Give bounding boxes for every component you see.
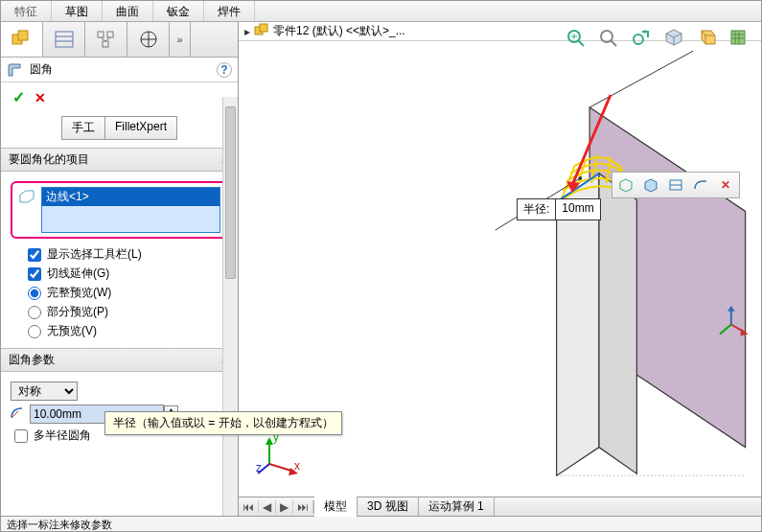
feature-title: 圆角 — [30, 61, 217, 78]
context-toolbar: ✕ — [612, 172, 740, 198]
show-selection-toolbar-checkbox[interactable] — [28, 248, 41, 262]
radius-tooltip: 半径（输入值或以 = 开始，以创建方程式） — [104, 411, 342, 435]
breadcrumb-arrow-icon[interactable]: ▸ — [244, 25, 250, 38]
tab-features[interactable]: 特征 — [1, 1, 52, 21]
svg-rect-7 — [103, 41, 108, 47]
tangent-propagation-checkbox[interactable] — [28, 267, 41, 281]
property-manager-tab[interactable] — [43, 22, 85, 57]
config-manager-tab[interactable] — [85, 22, 127, 57]
section-view-icon[interactable] — [661, 26, 686, 49]
full-preview-label: 完整预览(W) — [47, 285, 111, 301]
no-preview-label: 无预览(V) — [47, 323, 97, 339]
svg-rect-1 — [18, 31, 28, 40]
breadcrumb-part-name[interactable]: 零件12 (默认) <<默认>_... — [273, 23, 405, 39]
partial-preview-radio[interactable] — [28, 306, 41, 319]
show-selection-toolbar-label: 显示选择工具栏(L) — [47, 246, 142, 263]
ctx-btn-1[interactable] — [614, 174, 637, 196]
previous-view-icon[interactable] — [629, 26, 654, 49]
edge-select-icon — [18, 187, 37, 233]
tangent-propagation-label: 切线延伸(G) — [47, 266, 109, 282]
items-section-body: 边线<1> 显示选择工具栏(L) 切线延伸(G) 完整预览(W) 部分预览(P)… — [1, 172, 238, 348]
view-triad[interactable]: y x z — [256, 431, 302, 477]
manager-tabs: » — [1, 22, 238, 58]
no-preview-radio[interactable] — [28, 325, 41, 338]
svg-rect-6 — [107, 32, 113, 37]
panel-scrollbar[interactable] — [222, 97, 238, 516]
nav-last-icon[interactable]: ⏭ — [293, 500, 313, 514]
fillet-mode-toggle: 手工 FilletXpert — [1, 112, 238, 148]
svg-line-16 — [578, 40, 584, 46]
ctx-btn-2[interactable] — [639, 174, 662, 196]
svg-rect-14 — [260, 24, 267, 32]
svg-line-32 — [572, 95, 611, 185]
view-orientation-icon[interactable] — [694, 26, 719, 49]
selection-box-highlight: 边线<1> — [11, 181, 228, 239]
radius-callout-label: 半径: — [517, 198, 555, 220]
bottom-tab-motion[interactable]: 运动算例 1 — [419, 497, 495, 517]
nav-prev-icon[interactable]: ◀ — [259, 500, 276, 514]
svg-rect-23 — [731, 31, 745, 44]
dimxpert-tab[interactable] — [127, 22, 170, 57]
bottom-tab-3dview[interactable]: 3D 视图 — [358, 497, 419, 517]
tab-nav-buttons: ⏮ ◀ ▶ ⏭ — [239, 500, 314, 514]
items-section-header[interactable]: 要圆角化的项目 ︿ — [1, 148, 238, 172]
zoom-area-icon[interactable] — [596, 26, 621, 49]
multi-radius-checkbox[interactable] — [14, 429, 28, 443]
property-manager: » 圆角 ? ✓ ✕ 手工 FilletXpert 要圆角化的项目 ︿ — [1, 22, 239, 516]
partial-preview-label: 部分预览(P) — [47, 304, 108, 320]
bottom-tab-bar: ⏮ ◀ ▶ ⏭ 模型 3D 视图 运动算例 1 — [239, 497, 761, 516]
svg-rect-2 — [56, 32, 73, 47]
multi-radius-label: 多半径圆角 — [34, 428, 91, 444]
ctx-btn-3[interactable] — [664, 174, 687, 196]
view-toolbar — [564, 26, 751, 49]
items-section-title: 要圆角化的项目 — [9, 151, 89, 168]
help-icon[interactable]: ? — [217, 62, 232, 78]
ctx-btn-4[interactable] — [689, 174, 712, 196]
cancel-button[interactable]: ✕ — [35, 90, 46, 105]
tab-weldment[interactable]: 焊件 — [204, 1, 255, 21]
svg-text:z: z — [256, 461, 262, 474]
full-preview-radio[interactable] — [28, 287, 41, 300]
display-style-icon[interactable] — [727, 26, 751, 49]
selected-edge-row[interactable]: 边线<1> — [42, 188, 219, 206]
svg-line-8 — [101, 37, 105, 41]
radius-icon — [11, 406, 26, 423]
feature-title-bar: 圆角 ? — [1, 58, 238, 82]
bottom-tab-model[interactable]: 模型 — [314, 497, 358, 517]
ribbon-tabs: 特征 草图 曲面 钣金 焊件 — [1, 1, 761, 22]
params-section-title: 圆角参数 — [9, 352, 55, 368]
zoom-fit-icon[interactable] — [564, 26, 589, 49]
filletxpert-mode-button[interactable]: FilletXpert — [104, 116, 177, 140]
params-section-header[interactable]: 圆角参数 ︿ — [1, 348, 238, 372]
edge-selection-list[interactable]: 边线<1> — [41, 187, 220, 233]
tab-sheetmetal[interactable]: 钣金 — [153, 1, 204, 21]
confirm-bar: ✓ ✕ — [1, 82, 238, 112]
radius-callout-value[interactable]: 10mm — [555, 198, 600, 220]
radius-callout[interactable]: 半径: 10mm — [517, 198, 601, 220]
part-icon — [254, 23, 269, 39]
graphics-viewport[interactable]: ▸ 零件12 (默认) <<默认>_... — [239, 22, 761, 516]
ok-button[interactable]: ✓ — [12, 88, 25, 106]
status-bar: 选择一标注来修改参数 — [1, 516, 761, 531]
nav-next-icon[interactable]: ▶ — [276, 500, 293, 514]
more-tabs[interactable]: » — [170, 22, 191, 57]
feature-manager-tab[interactable] — [1, 22, 43, 57]
fillet-icon — [7, 62, 24, 78]
symmetry-select[interactable]: 对称 — [11, 382, 78, 401]
manual-mode-button[interactable]: 手工 — [61, 116, 104, 140]
svg-rect-5 — [98, 32, 104, 37]
tab-sketch[interactable]: 草图 — [52, 1, 103, 21]
nav-first-icon[interactable]: ⏮ — [239, 500, 259, 514]
ctx-close-icon[interactable]: ✕ — [714, 174, 737, 196]
svg-line-18 — [611, 40, 616, 46]
svg-text:x: x — [294, 459, 300, 473]
tab-surface[interactable]: 曲面 — [103, 1, 153, 21]
svg-point-19 — [634, 35, 643, 44]
svg-line-9 — [105, 37, 110, 41]
